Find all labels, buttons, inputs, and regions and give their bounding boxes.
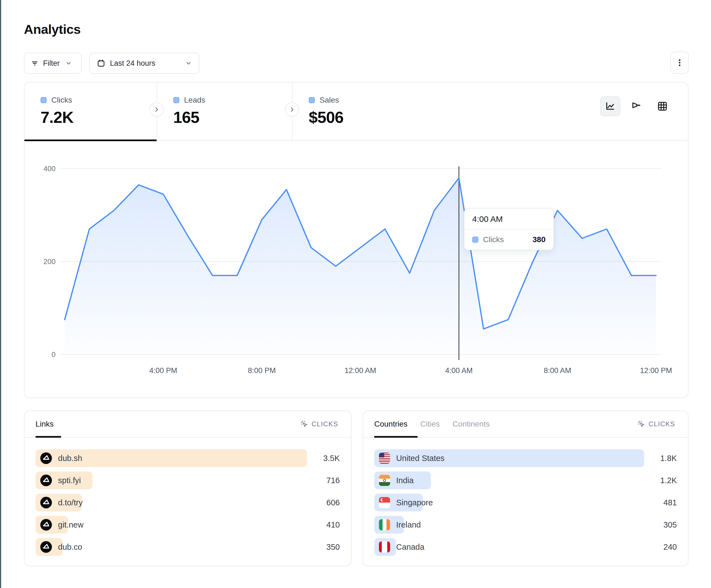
row-clicks-value: 716 [326, 476, 340, 485]
expand-clicks-button[interactable] [149, 103, 164, 117]
us-flag-icon [379, 453, 390, 464]
row-label: India [396, 476, 414, 485]
list-item[interactable]: dub.co350 [36, 538, 340, 556]
chevron-down-icon [185, 60, 192, 67]
row-label: dub.sh [58, 454, 82, 463]
more-options-button[interactable] [670, 51, 689, 74]
line-chart-icon [605, 101, 616, 112]
cursor-click-icon [300, 420, 308, 428]
dub-logo-icon [40, 475, 52, 486]
ca-flag-icon [379, 541, 390, 552]
date-range-button[interactable]: Last 24 hours [89, 53, 199, 74]
row-clicks-value: 305 [664, 520, 677, 529]
svg-text:8:00 PM: 8:00 PM [248, 366, 276, 375]
row-label: dub.co [58, 543, 82, 552]
row-clicks-value: 1.8K [660, 454, 677, 463]
row-clicks-value: 606 [326, 498, 340, 507]
chart-view-toggle [600, 96, 672, 116]
tooltip-value: 380 [533, 235, 545, 244]
tab-continents[interactable]: Continents [453, 420, 490, 429]
leads-value: 165 [173, 108, 292, 127]
list-item[interactable]: India1.2K [374, 472, 677, 489]
clicks-value: 7.2K [41, 108, 156, 127]
svg-text:12:00 PM: 12:00 PM [640, 366, 672, 375]
list-item[interactable]: Singapore481 [374, 494, 677, 512]
row-label: git.new [58, 520, 84, 529]
row-label: United States [396, 454, 445, 463]
filter-icon [30, 59, 39, 67]
cursor-click-icon [638, 420, 645, 428]
tooltip-time: 4:00 AM [465, 208, 553, 230]
tab-countries[interactable]: Countries [374, 420, 408, 429]
geo-metric-header[interactable]: CLICKS [638, 420, 675, 428]
list-item[interactable]: spti.fyi716 [36, 472, 340, 489]
row-clicks-value: 410 [326, 520, 340, 529]
row-clicks-value: 3.5K [323, 454, 340, 463]
list-item[interactable]: United States1.8K [374, 449, 677, 467]
chart-tooltip: 4:00 AM Clicks 380 [464, 208, 554, 250]
tab-cities[interactable]: Cities [420, 420, 440, 429]
stat-tabs: Clicks 7.2K Leads 165 Sales $506 [24, 82, 688, 141]
geo-list: United States1.8KIndia1.2KSingapore481Ir… [363, 438, 688, 556]
list-item[interactable]: d.to/try606 [36, 494, 340, 512]
leads-legend-swatch [173, 97, 179, 103]
stat-label: Leads [184, 96, 205, 105]
metric-label: CLICKS [311, 420, 338, 428]
filter-button[interactable]: Filter [24, 53, 82, 74]
tooltip-series-label: Clicks [483, 235, 504, 244]
tab-leads[interactable]: Leads 165 [156, 82, 292, 141]
calendar-icon [96, 59, 106, 68]
chart-canvas: 02004004:00 PM8:00 PM12:00 AM4:00 AM8:00… [24, 141, 688, 398]
grid-icon [657, 101, 668, 112]
funnel-view-button[interactable] [626, 96, 646, 116]
expand-leads-button[interactable] [285, 103, 299, 117]
funnel-icon [631, 101, 642, 112]
sg-flag-icon [379, 497, 390, 508]
tab-sales[interactable]: Sales $506 [292, 82, 428, 141]
dub-logo-icon [40, 497, 52, 508]
tooltip-legend-swatch [472, 236, 478, 243]
row-clicks-value: 481 [664, 498, 677, 507]
row-label: d.to/try [58, 498, 83, 507]
app-edge-stripe [0, 0, 1, 588]
ie-flag-icon [379, 519, 390, 530]
svg-text:12:00 AM: 12:00 AM [345, 366, 376, 375]
row-clicks-value: 240 [664, 543, 677, 552]
tab-clicks[interactable]: Clicks 7.2K [24, 82, 156, 141]
svg-text:4:00 PM: 4:00 PM [149, 366, 177, 375]
svg-text:4:00 AM: 4:00 AM [445, 366, 473, 375]
dub-logo-icon [40, 541, 52, 553]
line-chart-view-button[interactable] [600, 96, 620, 116]
active-tab-underline [374, 436, 417, 438]
row-clicks-value: 1.2K [660, 476, 677, 485]
dub-logo-icon [40, 519, 52, 530]
svg-text:0: 0 [52, 350, 56, 359]
page-title: Analytics [24, 22, 81, 37]
kebab-menu-icon [675, 58, 684, 67]
clicks-legend-swatch [41, 97, 47, 103]
dub-logo-icon [40, 452, 52, 464]
row-clicks-value: 350 [326, 543, 340, 552]
analytics-card: Clicks 7.2K Leads 165 Sales $506 [24, 82, 689, 398]
clicks-area-chart[interactable]: 02004004:00 PM8:00 PM12:00 AM4:00 AM8:00… [24, 141, 688, 398]
list-item[interactable]: dub.sh3.5K [36, 449, 340, 467]
table-view-button[interactable] [652, 96, 672, 116]
links-metric-header[interactable]: CLICKS [300, 420, 338, 428]
tab-links[interactable]: Links [36, 420, 53, 429]
list-item[interactable]: git.new410 [36, 516, 340, 534]
sales-legend-swatch [309, 97, 315, 103]
chevron-right-icon [153, 106, 160, 113]
svg-text:200: 200 [44, 257, 56, 266]
in-flag-icon [379, 475, 390, 486]
row-label: spti.fyi [58, 476, 81, 485]
links-panel: Links CLICKS dub.sh3.5Kspti.fyi716d.to/t… [24, 410, 351, 566]
geo-panel: Countries Cities Continents CLICKS Unite… [363, 410, 689, 566]
list-item[interactable]: Canada240 [374, 538, 677, 556]
svg-text:400: 400 [44, 164, 56, 173]
sales-value: $506 [309, 108, 428, 127]
chevron-right-icon [288, 106, 296, 113]
list-item[interactable]: Ireland305 [374, 516, 677, 534]
chevron-down-icon [65, 60, 72, 67]
stat-label: Clicks [51, 96, 72, 105]
active-tab-underline [36, 436, 61, 438]
